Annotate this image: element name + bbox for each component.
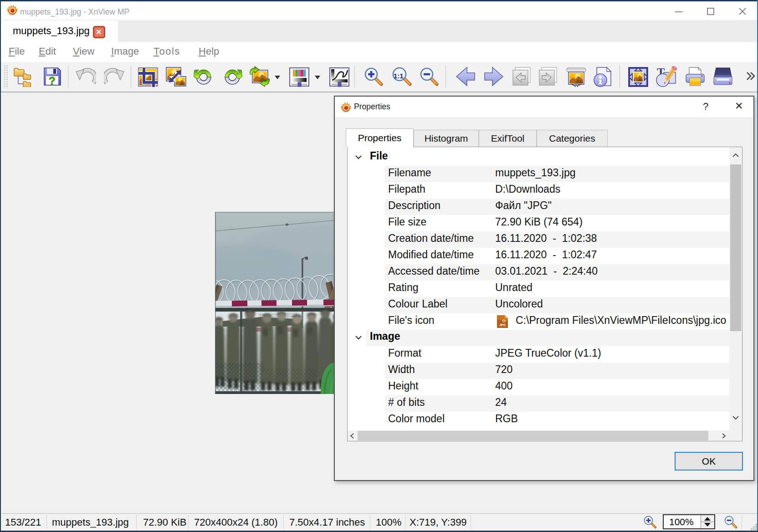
svg-text:JPG: JPG [499, 323, 506, 327]
